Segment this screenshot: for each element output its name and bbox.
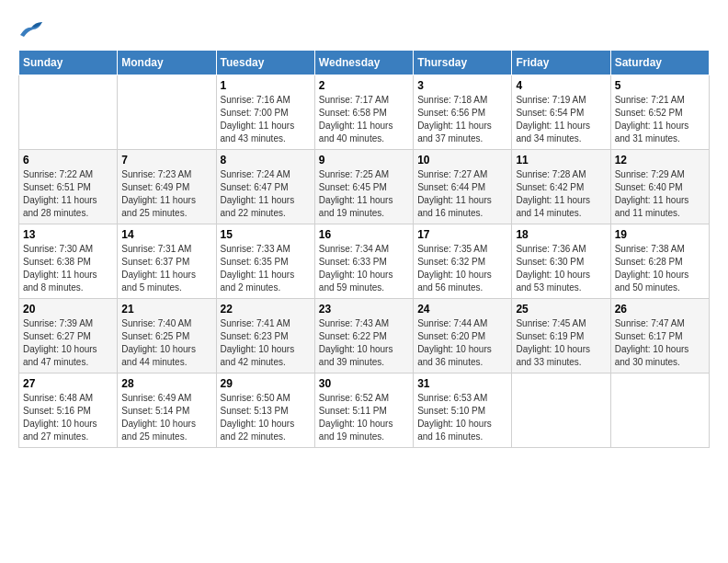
- day-detail: Sunrise: 7:33 AM Sunset: 6:35 PM Dayligh…: [221, 243, 311, 294]
- day-number: 27: [23, 377, 113, 390]
- week-row-4: 20Sunrise: 7:39 AM Sunset: 6:27 PM Dayli…: [19, 299, 710, 373]
- day-number: 16: [319, 228, 409, 241]
- calendar-cell: 3Sunrise: 7:18 AM Sunset: 6:56 PM Daylig…: [414, 75, 512, 150]
- calendar-cell: 4Sunrise: 7:19 AM Sunset: 6:54 PM Daylig…: [512, 75, 610, 150]
- day-detail: Sunrise: 7:45 AM Sunset: 6:19 PM Dayligh…: [516, 317, 606, 369]
- day-number: 6: [23, 154, 113, 167]
- day-detail: Sunrise: 6:49 AM Sunset: 5:14 PM Dayligh…: [121, 392, 211, 443]
- day-detail: Sunrise: 7:22 AM Sunset: 6:51 PM Dayligh…: [23, 168, 113, 220]
- day-number: 31: [417, 377, 507, 390]
- calendar-cell: 6Sunrise: 7:22 AM Sunset: 6:51 PM Daylig…: [19, 150, 118, 224]
- calendar-cell: 24Sunrise: 7:44 AM Sunset: 6:20 PM Dayli…: [414, 299, 512, 373]
- day-detail: Sunrise: 6:53 AM Sunset: 5:10 PM Dayligh…: [417, 392, 507, 443]
- day-number: 1: [221, 79, 311, 92]
- calendar-cell: 29Sunrise: 6:50 AM Sunset: 5:13 PM Dayli…: [216, 373, 314, 448]
- day-detail: Sunrise: 7:24 AM Sunset: 6:47 PM Dayligh…: [221, 168, 311, 220]
- calendar-cell: 15Sunrise: 7:33 AM Sunset: 6:35 PM Dayli…: [216, 224, 314, 299]
- day-number: 17: [417, 228, 507, 241]
- week-row-2: 6Sunrise: 7:22 AM Sunset: 6:51 PM Daylig…: [19, 150, 710, 224]
- day-number: 8: [221, 154, 311, 167]
- calendar-cell: 18Sunrise: 7:36 AM Sunset: 6:30 PM Dayli…: [512, 224, 610, 299]
- week-row-1: 1Sunrise: 7:16 AM Sunset: 7:00 PM Daylig…: [19, 75, 710, 150]
- weekday-header-saturday: Saturday: [610, 51, 709, 75]
- weekday-header-tuesday: Tuesday: [216, 51, 314, 75]
- day-detail: Sunrise: 6:52 AM Sunset: 5:11 PM Dayligh…: [319, 392, 409, 443]
- calendar-cell: 2Sunrise: 7:17 AM Sunset: 6:58 PM Daylig…: [314, 75, 413, 150]
- day-detail: Sunrise: 7:39 AM Sunset: 6:27 PM Dayligh…: [23, 317, 113, 369]
- calendar-cell: 19Sunrise: 7:38 AM Sunset: 6:28 PM Dayli…: [610, 224, 709, 299]
- day-number: 5: [615, 79, 705, 92]
- calendar-cell: 10Sunrise: 7:27 AM Sunset: 6:44 PM Dayli…: [414, 150, 512, 224]
- weekday-header-sunday: Sunday: [19, 51, 118, 75]
- calendar-cell: 12Sunrise: 7:29 AM Sunset: 6:40 PM Dayli…: [610, 150, 709, 224]
- day-detail: Sunrise: 7:16 AM Sunset: 7:00 PM Dayligh…: [221, 94, 311, 145]
- calendar-cell: [512, 373, 610, 448]
- day-detail: Sunrise: 7:34 AM Sunset: 6:33 PM Dayligh…: [319, 243, 409, 294]
- weekday-header-thursday: Thursday: [414, 51, 512, 75]
- day-number: 25: [516, 303, 606, 316]
- calendar-cell: 14Sunrise: 7:31 AM Sunset: 6:37 PM Dayli…: [118, 224, 216, 299]
- day-number: 19: [615, 228, 705, 241]
- weekday-header-row: SundayMondayTuesdayWednesdayThursdayFrid…: [19, 51, 710, 75]
- day-detail: Sunrise: 7:18 AM Sunset: 6:56 PM Dayligh…: [417, 94, 507, 145]
- calendar-cell: 17Sunrise: 7:35 AM Sunset: 6:32 PM Dayli…: [414, 224, 512, 299]
- calendar-table: SundayMondayTuesdayWednesdayThursdayFrid…: [18, 50, 710, 448]
- calendar-cell: 28Sunrise: 6:49 AM Sunset: 5:14 PM Dayli…: [118, 373, 216, 448]
- day-detail: Sunrise: 7:30 AM Sunset: 6:38 PM Dayligh…: [23, 243, 113, 294]
- day-detail: Sunrise: 7:17 AM Sunset: 6:58 PM Dayligh…: [319, 94, 409, 145]
- day-number: 12: [615, 154, 705, 167]
- day-number: 4: [516, 79, 606, 92]
- day-number: 20: [23, 303, 113, 316]
- day-detail: Sunrise: 7:21 AM Sunset: 6:52 PM Dayligh…: [615, 94, 705, 145]
- day-detail: Sunrise: 7:29 AM Sunset: 6:40 PM Dayligh…: [615, 168, 705, 220]
- day-number: 28: [121, 377, 211, 390]
- weekday-header-monday: Monday: [118, 51, 216, 75]
- calendar-cell: 20Sunrise: 7:39 AM Sunset: 6:27 PM Dayli…: [19, 299, 118, 373]
- calendar-cell: 16Sunrise: 7:34 AM Sunset: 6:33 PM Dayli…: [314, 224, 413, 299]
- calendar-cell: 7Sunrise: 7:23 AM Sunset: 6:49 PM Daylig…: [118, 150, 216, 224]
- day-detail: Sunrise: 7:31 AM Sunset: 6:37 PM Dayligh…: [121, 243, 211, 294]
- calendar-cell: 30Sunrise: 6:52 AM Sunset: 5:11 PM Dayli…: [314, 373, 413, 448]
- calendar-cell: 11Sunrise: 7:28 AM Sunset: 6:42 PM Dayli…: [512, 150, 610, 224]
- day-detail: Sunrise: 7:40 AM Sunset: 6:25 PM Dayligh…: [121, 317, 211, 369]
- day-number: 14: [121, 228, 211, 241]
- calendar-cell: 31Sunrise: 6:53 AM Sunset: 5:10 PM Dayli…: [414, 373, 512, 448]
- day-number: 30: [319, 377, 409, 390]
- logo: [18, 18, 48, 40]
- day-detail: Sunrise: 6:50 AM Sunset: 5:13 PM Dayligh…: [221, 392, 311, 443]
- day-number: 9: [319, 154, 409, 167]
- calendar-cell: 27Sunrise: 6:48 AM Sunset: 5:16 PM Dayli…: [19, 373, 118, 448]
- day-number: 23: [319, 303, 409, 316]
- weekday-header-wednesday: Wednesday: [314, 51, 413, 75]
- day-detail: Sunrise: 7:25 AM Sunset: 6:45 PM Dayligh…: [319, 168, 409, 220]
- calendar-cell: [610, 373, 709, 448]
- calendar-cell: 21Sunrise: 7:40 AM Sunset: 6:25 PM Dayli…: [118, 299, 216, 373]
- logo-bird-icon: [18, 18, 44, 40]
- day-detail: Sunrise: 7:23 AM Sunset: 6:49 PM Dayligh…: [121, 168, 211, 220]
- day-number: 3: [417, 79, 507, 92]
- calendar-cell: 5Sunrise: 7:21 AM Sunset: 6:52 PM Daylig…: [610, 75, 709, 150]
- calendar-cell: 25Sunrise: 7:45 AM Sunset: 6:19 PM Dayli…: [512, 299, 610, 373]
- weekday-header-friday: Friday: [512, 51, 610, 75]
- day-number: 15: [221, 228, 311, 241]
- day-detail: Sunrise: 7:47 AM Sunset: 6:17 PM Dayligh…: [615, 317, 705, 369]
- page-header: [18, 18, 710, 40]
- calendar-cell: 9Sunrise: 7:25 AM Sunset: 6:45 PM Daylig…: [314, 150, 413, 224]
- day-number: 2: [319, 79, 409, 92]
- day-number: 7: [121, 154, 211, 167]
- day-detail: Sunrise: 6:48 AM Sunset: 5:16 PM Dayligh…: [23, 392, 113, 443]
- day-detail: Sunrise: 7:28 AM Sunset: 6:42 PM Dayligh…: [516, 168, 606, 220]
- day-number: 10: [417, 154, 507, 167]
- calendar-cell: 8Sunrise: 7:24 AM Sunset: 6:47 PM Daylig…: [216, 150, 314, 224]
- day-detail: Sunrise: 7:38 AM Sunset: 6:28 PM Dayligh…: [615, 243, 705, 294]
- calendar-cell: 23Sunrise: 7:43 AM Sunset: 6:22 PM Dayli…: [314, 299, 413, 373]
- day-detail: Sunrise: 7:27 AM Sunset: 6:44 PM Dayligh…: [417, 168, 507, 220]
- day-number: 11: [516, 154, 606, 167]
- day-detail: Sunrise: 7:43 AM Sunset: 6:22 PM Dayligh…: [319, 317, 409, 369]
- calendar-cell: 26Sunrise: 7:47 AM Sunset: 6:17 PM Dayli…: [610, 299, 709, 373]
- day-detail: Sunrise: 7:44 AM Sunset: 6:20 PM Dayligh…: [417, 317, 507, 369]
- calendar-cell: 1Sunrise: 7:16 AM Sunset: 7:00 PM Daylig…: [216, 75, 314, 150]
- calendar-cell: [118, 75, 216, 150]
- day-detail: Sunrise: 7:41 AM Sunset: 6:23 PM Dayligh…: [221, 317, 311, 369]
- day-number: 18: [516, 228, 606, 241]
